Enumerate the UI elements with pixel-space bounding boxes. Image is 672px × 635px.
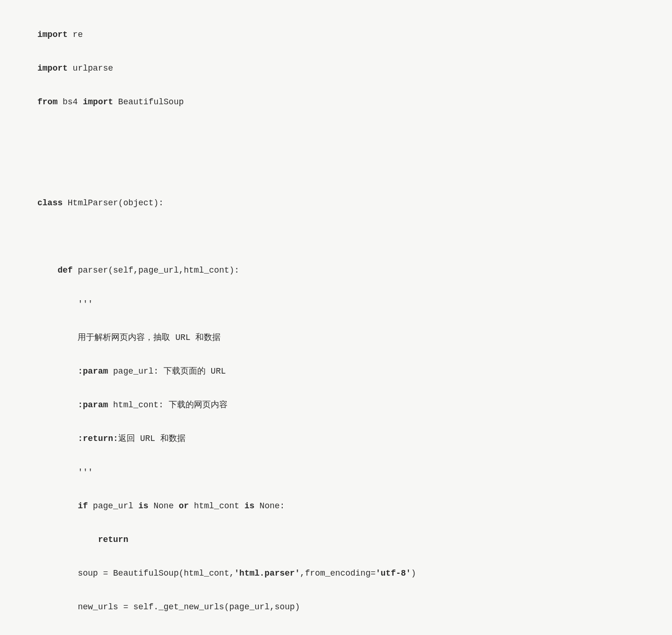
- keyword: import: [37, 30, 68, 39]
- code-line: :param html_cont: 下载的网页内容: [37, 397, 635, 413]
- keyword: return: [98, 535, 129, 544]
- code-text: None:: [255, 501, 285, 511]
- code-line: new_urls = self._get_new_urls(page_url,s…: [37, 599, 635, 615]
- docstring: 返回 URL 和数据: [118, 434, 186, 443]
- param-tag: :param: [78, 400, 108, 410]
- code-block: import re import urlparse from bs4 impor…: [37, 9, 635, 635]
- return-tag: :return:: [78, 434, 118, 443]
- blank-line: [37, 228, 635, 245]
- code-text: re: [68, 30, 83, 39]
- code-line: ''': [37, 464, 635, 481]
- keyword: or: [179, 501, 189, 511]
- code-text: HtmlParser(object):: [63, 198, 164, 208]
- code-line: new_data = self._get_new_data(page_url,s…: [37, 632, 635, 635]
- keyword: if: [78, 501, 88, 511]
- keyword: def: [57, 266, 72, 275]
- code-text: BeautifulSoup: [113, 97, 184, 107]
- docstring: ''': [78, 468, 93, 477]
- code-line: 用于解析网页内容，抽取 URL 和数据: [37, 329, 635, 346]
- code-text: new_urls = self._get_new_urls(page_url,s…: [78, 602, 300, 612]
- keyword: from: [37, 97, 57, 107]
- code-line: if page_url is None or html_cont is None…: [37, 498, 635, 514]
- code-line: import re: [37, 26, 635, 43]
- code-text: ): [411, 569, 416, 578]
- string-literal: 'utf-8': [376, 569, 411, 578]
- code-text: parser(self,page_url,html_cont):: [73, 266, 239, 275]
- keyword: import: [83, 97, 113, 107]
- docstring: page_url: 下载页面的 URL: [108, 367, 226, 376]
- string-literal: 'html.parser': [234, 569, 300, 578]
- code-text: ,from_encoding=: [300, 569, 376, 578]
- code-line: def parser(self,page_url,html_cont):: [37, 262, 635, 279]
- code-text: bs4: [57, 97, 83, 107]
- keyword: import: [37, 64, 68, 73]
- docstring: 用于解析网页内容，抽取 URL 和数据: [78, 333, 221, 342]
- code-text: html_cont: [189, 501, 244, 511]
- code-text: page_url: [88, 501, 138, 511]
- code-line: import urlparse: [37, 60, 635, 77]
- docstring: html_cont: 下载的网页内容: [108, 400, 228, 410]
- code-line: return: [37, 531, 635, 548]
- code-text: None: [149, 501, 179, 511]
- code-line: class HtmlParser(object):: [37, 195, 635, 211]
- keyword: is: [138, 501, 149, 511]
- code-line: :param page_url: 下载页面的 URL: [37, 363, 635, 380]
- code-text: soup = BeautifulSoup(html_cont,: [78, 569, 234, 578]
- code-line: soup = BeautifulSoup(html_cont,'html.par…: [37, 565, 635, 582]
- blank-line: [37, 127, 635, 144]
- keyword: is: [244, 501, 255, 511]
- keyword: class: [37, 198, 63, 208]
- code-line: :return:返回 URL 和数据: [37, 430, 635, 447]
- code-line: ''': [37, 296, 635, 312]
- code-text: urlparse: [68, 64, 113, 73]
- code-line: from bs4 import BeautifulSoup: [37, 94, 635, 110]
- param-tag: :param: [78, 367, 108, 376]
- blank-line: [37, 161, 635, 178]
- docstring: ''': [78, 299, 93, 309]
